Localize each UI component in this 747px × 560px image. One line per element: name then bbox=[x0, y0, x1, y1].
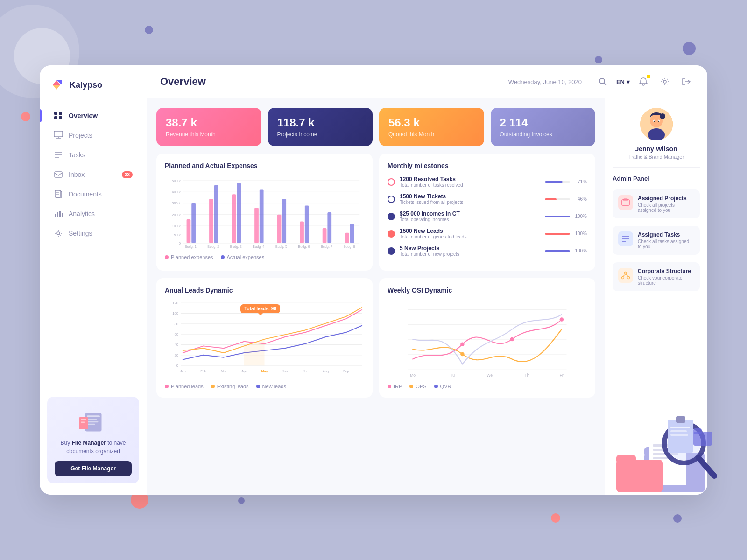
sidebar-promo: Buy File Manager to havedocuments organi… bbox=[47, 397, 139, 483]
bg-circle-9 bbox=[683, 42, 696, 55]
bar-chart-card: Planned and Actual Expenses bbox=[156, 154, 373, 271]
language-selector[interactable]: EN ▾ bbox=[616, 78, 630, 85]
stat-label-revenue: Revenue this Month bbox=[166, 131, 252, 138]
assigned-tasks-icon bbox=[618, 231, 633, 246]
bell-icon bbox=[639, 77, 648, 86]
leads-chart-title: Anual Leads Dynamic bbox=[165, 287, 364, 294]
get-file-manager-button[interactable]: Get File Manager bbox=[55, 461, 132, 476]
header-date: Wednesday, June 10, 2020 bbox=[508, 78, 582, 85]
logo: Kalypso bbox=[40, 78, 147, 106]
svg-text:May: May bbox=[261, 369, 268, 373]
sidebar-item-projects[interactable]: Projects bbox=[47, 126, 139, 145]
svg-point-101 bbox=[510, 337, 514, 342]
right-panel: Jenny Wilson Traffic & Brand Manager Adm… bbox=[605, 98, 707, 495]
svg-rect-53 bbox=[237, 183, 241, 243]
milestone-item-3: $25 000 Incomes in CT Total operating in… bbox=[388, 210, 587, 222]
svg-line-125 bbox=[623, 274, 626, 277]
logout-button[interactable] bbox=[678, 74, 694, 90]
stat-card-menu-3[interactable]: ⋯ bbox=[470, 114, 478, 123]
gear-icon bbox=[661, 77, 669, 86]
svg-rect-13 bbox=[55, 172, 62, 177]
svg-text:300 k: 300 k bbox=[172, 202, 181, 206]
svg-text:Sep: Sep bbox=[343, 369, 349, 373]
logout-icon bbox=[682, 77, 691, 86]
svg-rect-55 bbox=[260, 189, 264, 243]
sidebar-item-settings[interactable]: Settings bbox=[47, 224, 139, 243]
svg-rect-60 bbox=[323, 228, 327, 243]
milestone-item-4: 1500 New Leads Total number of generated… bbox=[388, 228, 587, 239]
user-name: Jenny Wilson bbox=[613, 145, 700, 153]
bg-circle-6 bbox=[238, 497, 245, 504]
svg-text:Apr: Apr bbox=[241, 369, 247, 373]
svg-text:Budg. 1: Budg. 1 bbox=[185, 245, 197, 249]
milestone-circle-4 bbox=[388, 230, 395, 238]
svg-rect-52 bbox=[232, 194, 236, 243]
milestone-item-1: 1200 Resolved Tasks Total number of task… bbox=[388, 176, 587, 188]
svg-rect-23 bbox=[87, 415, 100, 417]
sidebar-item-analytics[interactable]: Analytics bbox=[47, 204, 139, 223]
svg-point-112 bbox=[660, 113, 665, 119]
sidebar-item-inbox[interactable]: Inbox 33 bbox=[47, 165, 139, 184]
settings-button[interactable] bbox=[657, 74, 673, 90]
projects-label: Projects bbox=[69, 132, 92, 139]
user-profile: Jenny Wilson Traffic & Brand Manager bbox=[613, 108, 700, 168]
svg-point-115 bbox=[653, 121, 654, 122]
notifications-button[interactable] bbox=[635, 74, 651, 90]
bar-chart-title: Planned and Actual Expenses bbox=[165, 162, 364, 169]
svg-marker-2 bbox=[53, 85, 60, 90]
svg-rect-54 bbox=[254, 208, 259, 243]
milestones-title: Monthly milestones bbox=[388, 162, 587, 169]
stat-card-menu-2[interactable]: ⋯ bbox=[359, 114, 366, 123]
svg-point-30 bbox=[599, 78, 605, 84]
admin-corporate-desc: Check your corporate structure bbox=[638, 275, 694, 286]
bg-circle-7 bbox=[595, 56, 602, 63]
admin-tasks-name: Assigned Tasks bbox=[638, 231, 694, 238]
stat-value-quoted: 56.3 k bbox=[388, 116, 475, 129]
header-actions: EN ▾ bbox=[595, 74, 694, 90]
svg-text:Budg. 7: Budg. 7 bbox=[321, 245, 332, 249]
promo-link: File Manager bbox=[71, 440, 106, 446]
admin-card-tasks[interactable]: Assigned Tasks Check all tasks assigned … bbox=[613, 226, 700, 255]
sidebar-item-documents[interactable]: Documents bbox=[47, 185, 139, 203]
svg-rect-27 bbox=[79, 417, 88, 429]
svg-rect-7 bbox=[54, 131, 63, 137]
svg-line-126 bbox=[626, 274, 628, 277]
avatar-illustration bbox=[640, 108, 673, 140]
stat-card-menu-1[interactable]: ⋯ bbox=[247, 114, 255, 123]
logo-text: Kalypso bbox=[70, 80, 102, 90]
center-panel: ⋯ 38.7 k Revenue this Month ⋯ 118.7 k Pr… bbox=[147, 98, 605, 495]
svg-rect-5 bbox=[54, 116, 57, 119]
inbox-label: Inbox bbox=[69, 171, 85, 178]
legend-planned-leads: Planned leads bbox=[165, 384, 204, 389]
svg-rect-28 bbox=[80, 419, 86, 420]
sidebar-item-overview[interactable]: Overview bbox=[47, 106, 139, 125]
settings-icon bbox=[54, 229, 63, 238]
admin-card-projects[interactable]: Assigned Projects Check all projects ass… bbox=[613, 189, 700, 218]
osi-chart-area: Mo Tu We Th Fr bbox=[388, 300, 587, 379]
page-title: Overview bbox=[160, 76, 206, 88]
bar-chart-area: 500 k 400 k 300 k 200 k 100 k 50 k 0 bbox=[165, 175, 364, 250]
leads-chart-card: Anual Leads Dynamic Total leads: 98 bbox=[156, 278, 373, 398]
admin-card-corporate[interactable]: Corporate Structure Check your corporate… bbox=[613, 262, 700, 291]
admin-projects-name: Assigned Projects bbox=[638, 195, 694, 202]
stat-cards: ⋯ 38.7 k Revenue this Month ⋯ 118.7 k Pr… bbox=[156, 108, 595, 146]
bg-circle-14 bbox=[673, 514, 682, 523]
milestone-circle-3 bbox=[388, 213, 395, 220]
svg-text:80: 80 bbox=[174, 322, 178, 326]
osi-chart-title: Weekly OSI Dynamic bbox=[388, 287, 587, 294]
svg-rect-49 bbox=[191, 203, 196, 243]
bar-chart-svg: 500 k 400 k 300 k 200 k 100 k 50 k 0 bbox=[165, 175, 364, 250]
tasks-icon bbox=[54, 150, 63, 160]
svg-rect-4 bbox=[59, 112, 62, 115]
sidebar-item-tasks[interactable]: Tasks bbox=[47, 146, 139, 164]
svg-text:Budg. 3: Budg. 3 bbox=[230, 245, 242, 249]
svg-text:Tu: Tu bbox=[450, 373, 455, 378]
stat-card-quoted: ⋯ 56.3 k Quoted this Month bbox=[379, 108, 484, 146]
svg-point-122 bbox=[625, 272, 627, 274]
inbox-badge: 33 bbox=[122, 171, 133, 178]
search-button[interactable] bbox=[595, 74, 611, 90]
stat-card-menu-4[interactable]: ⋯ bbox=[581, 114, 589, 123]
svg-rect-17 bbox=[55, 214, 56, 217]
svg-rect-50 bbox=[209, 199, 213, 243]
svg-rect-19 bbox=[59, 211, 61, 217]
